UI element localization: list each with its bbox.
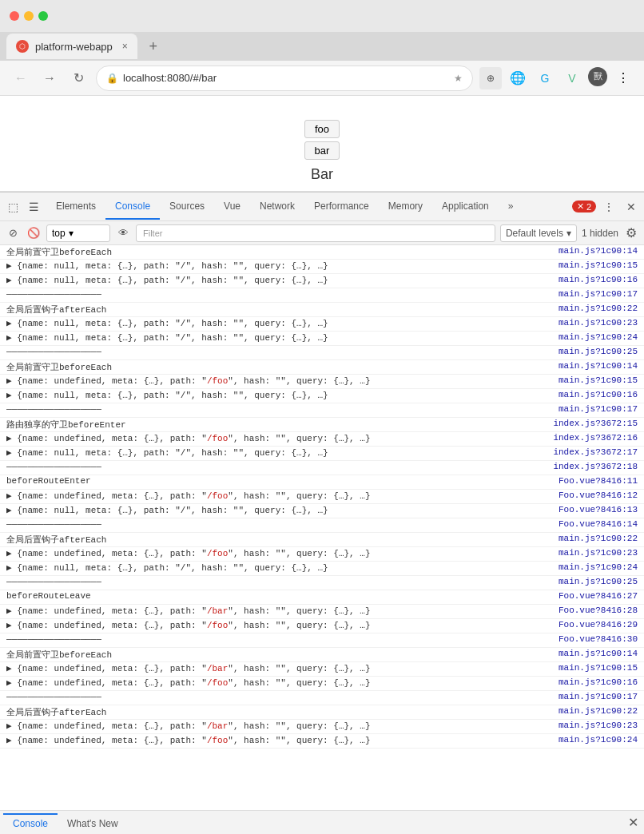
row-source[interactable]: main.js?1c90:23 xyxy=(559,318,638,328)
row-source[interactable]: Foo.vue?8416:27 xyxy=(559,591,638,601)
url-text: localhost:8080/#/bar xyxy=(123,72,449,84)
tab-close-button[interactable]: × xyxy=(122,41,128,52)
minimize-button[interactable] xyxy=(24,11,34,21)
back-button[interactable]: ← xyxy=(10,67,32,89)
menu-button[interactable]: ⋮ xyxy=(612,67,634,89)
refresh-button[interactable]: ↻ xyxy=(67,67,89,89)
row-source[interactable]: main.js?1c90:25 xyxy=(559,577,638,586)
context-selector[interactable]: top ▾ xyxy=(46,224,110,242)
row-source[interactable]: Foo.vue?8416:12 xyxy=(559,490,638,500)
clear-console-button[interactable]: ⊘ xyxy=(5,225,21,241)
tab-network[interactable]: Network xyxy=(250,194,304,220)
row-source[interactable]: Foo.vue?8416:28 xyxy=(559,606,638,615)
tab-more[interactable]: » xyxy=(499,194,523,220)
row-content: ▶ {name: undefined, meta: {…}, path: "/f… xyxy=(6,375,552,386)
row-source[interactable]: main.js?1c90:16 xyxy=(559,275,638,284)
browser-chrome: ⬡ platform-webapp × + ← → ↻ 🔒 localhost:… xyxy=(0,0,644,96)
row-source[interactable]: main.js?1c90:25 xyxy=(559,347,638,356)
row-source[interactable]: Foo.vue?8416:14 xyxy=(559,519,638,529)
console-row: ▶ {name: undefined, meta: {…}, path: "/f… xyxy=(0,677,644,691)
row-source[interactable]: main.js?1c90:17 xyxy=(559,404,638,414)
console-row: ▶ {name: null, meta: {…}, path: "/", has… xyxy=(0,447,644,461)
context-value: top xyxy=(52,228,66,239)
page-content: foo bar Bar xyxy=(0,96,644,192)
error-count-badge[interactable]: ✕ 2 xyxy=(572,201,596,212)
filter-toggle-button[interactable]: 🚫 xyxy=(26,225,42,241)
row-source[interactable]: main.js?1c90:23 xyxy=(559,721,638,730)
levels-selector[interactable]: Default levels ▾ xyxy=(500,224,577,242)
console-row: 全局前置守卫beforeEachmain.js?1c90:14 xyxy=(0,245,644,260)
row-source[interactable]: Foo.vue?8416:29 xyxy=(559,620,638,629)
bar-button[interactable]: bar xyxy=(304,141,340,160)
bottom-tab-console[interactable]: Console xyxy=(3,813,58,832)
devtools-more-button[interactable]: ⋮ xyxy=(599,197,618,216)
tab-memory[interactable]: Memory xyxy=(379,194,432,220)
console-row: ——————————————————index.js?3672:18 xyxy=(0,461,644,475)
row-source[interactable]: Foo.vue?8416:13 xyxy=(559,505,638,514)
tab-elements[interactable]: Elements xyxy=(46,194,105,220)
filter-input[interactable]: Filter xyxy=(136,224,495,242)
row-source[interactable]: main.js?1c90:22 xyxy=(559,706,638,716)
row-source[interactable]: main.js?1c90:14 xyxy=(559,361,638,371)
profile-button[interactable]: 獸 xyxy=(588,67,607,86)
row-source[interactable]: main.js?1c90:17 xyxy=(559,692,638,701)
mobile-icon[interactable]: ☰ xyxy=(24,197,43,216)
console-settings-button[interactable]: ⚙ xyxy=(623,225,639,241)
extensions-button[interactable]: ⊕ xyxy=(479,67,502,89)
row-source[interactable]: main.js?1c90:15 xyxy=(559,663,638,673)
grammarly-button[interactable]: G xyxy=(534,67,556,89)
nav-actions: ⊕ 🌐 G V 獸 ⋮ xyxy=(479,67,634,89)
row-content: 全局前置守卫beforeEach xyxy=(6,361,552,373)
row-source[interactable]: main.js?1c90:22 xyxy=(559,304,638,313)
console-row: ▶ {name: undefined, meta: {…}, path: "/f… xyxy=(0,432,644,447)
row-content: ▶ {name: undefined, meta: {…}, path: "/f… xyxy=(6,677,552,688)
translate-button[interactable]: 🌐 xyxy=(507,67,529,89)
tab-application[interactable]: Application xyxy=(432,194,499,220)
devtools-tab-bar: ⬚ ☰ Elements Console Sources Vue Network… xyxy=(0,193,644,221)
vue-devtools-button[interactable]: V xyxy=(561,67,583,89)
tab-sources[interactable]: Sources xyxy=(160,194,214,220)
row-source[interactable]: main.js?1c90:22 xyxy=(559,534,638,543)
maximize-button[interactable] xyxy=(38,11,48,21)
row-source[interactable]: main.js?1c90:16 xyxy=(559,390,638,399)
console-row: ▶ {name: undefined, meta: {…}, path: "/b… xyxy=(0,662,644,677)
cursor-icon[interactable]: ⬚ xyxy=(3,197,22,216)
forward-button[interactable]: → xyxy=(38,67,61,89)
row-source[interactable]: main.js?1c90:14 xyxy=(559,246,638,256)
console-row: ▶ {name: null, meta: {…}, path: "/", has… xyxy=(0,504,644,518)
row-source[interactable]: Foo.vue?8416:11 xyxy=(559,476,638,486)
console-row: ——————————————————main.js?1c90:17 xyxy=(0,288,644,303)
tab-vue[interactable]: Vue xyxy=(214,194,250,220)
hidden-count: 1 hidden xyxy=(582,228,618,239)
row-source[interactable]: main.js?1c90:14 xyxy=(559,649,638,658)
row-source[interactable]: index.js?3672:15 xyxy=(553,419,638,428)
console-row: ▶ {name: null, meta: {…}, path: "/", has… xyxy=(0,274,644,288)
row-source[interactable]: main.js?1c90:15 xyxy=(559,375,638,385)
row-content: 全局前置守卫beforeEach xyxy=(6,246,552,258)
row-source[interactable]: main.js?1c90:15 xyxy=(559,260,638,270)
address-bar[interactable]: 🔒 localhost:8080/#/bar ★ xyxy=(96,66,473,91)
tab-performance[interactable]: Performance xyxy=(304,194,379,220)
row-source[interactable]: main.js?1c90:23 xyxy=(559,548,638,558)
row-source[interactable]: main.js?1c90:24 xyxy=(559,332,638,342)
row-content: ▶ {name: null, meta: {…}, path: "/", has… xyxy=(6,390,552,400)
eye-icon[interactable]: 👁 xyxy=(115,225,131,241)
devtools-right-actions: ✕ 2 ⋮ ✕ xyxy=(572,197,641,216)
row-source[interactable]: index.js?3672:17 xyxy=(553,447,638,457)
bottom-tab-whats-new[interactable]: What's New xyxy=(58,813,128,832)
row-source[interactable]: main.js?1c90:24 xyxy=(559,562,638,572)
row-source[interactable]: Foo.vue?8416:30 xyxy=(559,634,638,644)
bottom-close-button[interactable]: ✕ xyxy=(625,815,641,831)
row-source[interactable]: index.js?3672:16 xyxy=(553,433,638,443)
foo-button[interactable]: foo xyxy=(304,120,340,138)
tab-console[interactable]: Console xyxy=(105,194,160,220)
row-source[interactable]: main.js?1c90:24 xyxy=(559,735,638,745)
row-content: —————————————————— xyxy=(6,692,552,701)
close-button[interactable] xyxy=(10,11,19,21)
row-source[interactable]: main.js?1c90:17 xyxy=(559,289,638,299)
new-tab-button[interactable]: + xyxy=(144,37,163,56)
row-source[interactable]: index.js?3672:18 xyxy=(553,462,638,471)
browser-tab[interactable]: ⬡ platform-webapp × xyxy=(6,34,137,59)
row-source[interactable]: main.js?1c90:16 xyxy=(559,677,638,687)
devtools-close-button[interactable]: ✕ xyxy=(622,197,641,216)
